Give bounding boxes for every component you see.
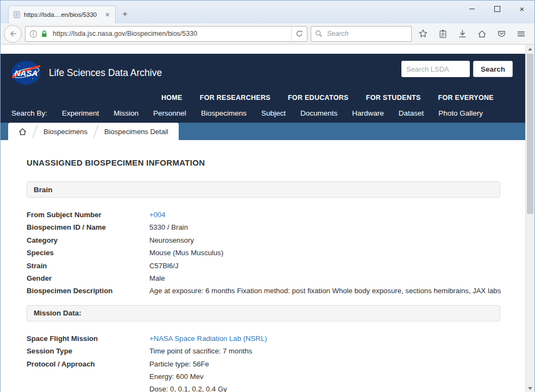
nav-experiment[interactable]: Experiment bbox=[62, 109, 99, 117]
specimen-section-header: Brain bbox=[27, 181, 500, 198]
mission-link[interactable]: +NASA Space Radiation Lab (NSRL) bbox=[149, 332, 267, 345]
browser-search-input[interactable] bbox=[326, 29, 407, 38]
page-viewport: NASA Life Sciences Data Archive Search H… bbox=[1, 45, 534, 392]
primary-nav: HOME FOR RESEARCHERS FOR EDUCATORS FOR S… bbox=[161, 94, 494, 102]
nav-photo-gallery[interactable]: Photo Gallery bbox=[438, 109, 483, 117]
nav-for-students[interactable]: FOR STUDENTS bbox=[366, 94, 421, 102]
field-value: Male bbox=[149, 272, 165, 284]
nav-home[interactable]: HOME bbox=[161, 94, 182, 102]
url-input[interactable] bbox=[52, 29, 291, 38]
page-top-gap bbox=[1, 45, 526, 54]
tab-favicon-icon bbox=[13, 11, 21, 18]
field-value: Time point of sacrifice: 7 months bbox=[149, 345, 252, 357]
maximize-button[interactable] bbox=[484, 1, 509, 17]
minimize-icon bbox=[469, 9, 475, 9]
site-title: Life Sciences Data Archive bbox=[49, 67, 162, 79]
scroll-up-button[interactable] bbox=[526, 45, 534, 54]
close-icon: × bbox=[520, 5, 525, 13]
field-value: Mouse (Mus Musculus) bbox=[149, 246, 223, 259]
nav-for-researchers[interactable]: FOR RESEARCHERS bbox=[200, 94, 270, 102]
window-controls: × bbox=[460, 1, 534, 17]
field-value: 5330 / Brain bbox=[149, 221, 188, 233]
protocol-line: Energy: 600 Mev bbox=[149, 370, 227, 383]
nav-mission[interactable]: Mission bbox=[114, 109, 139, 117]
crumb-home[interactable] bbox=[10, 123, 35, 140]
field-row-gender: Gender Male bbox=[27, 272, 500, 284]
field-row-category: Category Neurosensory bbox=[27, 234, 500, 246]
nav-biospecimens[interactable]: Biospecimens bbox=[201, 109, 247, 117]
lock-icon[interactable] bbox=[41, 30, 48, 38]
nav-hardware[interactable]: Hardware bbox=[352, 109, 384, 117]
main-content: UNASSIGNED BIOSPECIMEN INFORMATION Brain… bbox=[1, 140, 526, 392]
mission-section-header: Mission Data: bbox=[27, 305, 500, 321]
field-row-species: Species Mouse (Mus Musculus) bbox=[27, 246, 500, 259]
site-search: Search bbox=[401, 61, 513, 77]
new-tab-button[interactable]: + bbox=[118, 7, 132, 21]
bookmarks-sidebar-icon[interactable] bbox=[435, 26, 451, 42]
pocket-icon[interactable] bbox=[493, 26, 509, 42]
home-icon[interactable] bbox=[474, 26, 490, 42]
menu-icon[interactable] bbox=[513, 26, 529, 42]
minimize-button[interactable] bbox=[460, 1, 484, 17]
search-by-nav: Search By: Experiment Mission Personnel … bbox=[11, 109, 483, 117]
titlebar: https://lsda....en/bios/5330 × + × bbox=[1, 1, 534, 23]
field-label: From Subject Number bbox=[27, 208, 149, 221]
tab-title: https://lsda....en/bios/5330 bbox=[24, 11, 101, 18]
nav-subject[interactable]: Subject bbox=[261, 109, 286, 117]
field-row-from-subject-number: From Subject Number +004 bbox=[27, 208, 500, 221]
back-button[interactable] bbox=[4, 25, 22, 43]
field-label: Biospecimen ID / Name bbox=[27, 221, 149, 233]
browser-tab[interactable]: https://lsda....en/bios/5330 × bbox=[8, 5, 116, 23]
browser-window: https://lsda....en/bios/5330 × + × bbox=[0, 0, 535, 392]
search-icon bbox=[315, 30, 323, 37]
svg-text:NASA: NASA bbox=[15, 68, 38, 78]
field-label: Strain bbox=[27, 260, 149, 272]
nav-documents[interactable]: Documents bbox=[300, 109, 337, 117]
nav-for-everyone[interactable]: FOR EVERYONE bbox=[438, 94, 494, 102]
mission-fields: Space Flight Mission +NASA Space Radiati… bbox=[27, 332, 500, 392]
scroll-down-icon bbox=[528, 387, 532, 390]
site-header: NASA Life Sciences Data Archive Search H… bbox=[1, 54, 526, 123]
field-value: C57Bl6/J bbox=[149, 260, 179, 272]
field-row-description: Biospecimen Description Age at exposure:… bbox=[27, 284, 500, 297]
bookmark-star-icon[interactable] bbox=[415, 26, 431, 42]
nav-personnel[interactable]: Personnel bbox=[153, 109, 186, 117]
scroll-up-icon bbox=[528, 48, 532, 50]
close-button[interactable]: × bbox=[509, 1, 534, 17]
breadcrumb-bar: Biospecimens Biospecimens Detail bbox=[1, 123, 526, 140]
field-row-space-flight-mission: Space Flight Mission +NASA Space Radiati… bbox=[27, 332, 500, 345]
nav-dataset[interactable]: Dataset bbox=[399, 109, 424, 117]
reload-button[interactable] bbox=[291, 27, 307, 41]
scrollbar[interactable] bbox=[525, 45, 534, 392]
scroll-down-button[interactable] bbox=[526, 384, 534, 392]
field-row-biospecimen-id: Biospecimen ID / Name 5330 / Brain bbox=[27, 221, 500, 233]
page-info-icon[interactable] bbox=[29, 30, 37, 38]
home-breadcrumb-icon bbox=[18, 128, 27, 136]
field-label: Gender bbox=[27, 272, 149, 284]
field-row-session-type: Session Type Time point of sacrifice: 7 … bbox=[27, 345, 500, 357]
nav-for-educators[interactable]: FOR EDUCATORS bbox=[288, 94, 349, 102]
site-search-input[interactable] bbox=[401, 61, 470, 77]
protocol-line: Dose: 0, 0.1, 0.2, 0.4 Gy bbox=[149, 383, 227, 392]
field-value-multiline: Particle type: 56Fe Energy: 600 Mev Dose… bbox=[149, 358, 227, 392]
site-search-button[interactable]: Search bbox=[473, 61, 513, 77]
field-row-strain: Strain C57Bl6/J bbox=[27, 260, 500, 272]
scrollbar-thumb[interactable] bbox=[527, 54, 533, 214]
browser-search-bar[interactable] bbox=[311, 26, 412, 42]
url-bar[interactable] bbox=[25, 26, 307, 42]
page-title: UNASSIGNED BIOSPECIMEN INFORMATION bbox=[27, 158, 500, 167]
site-identity bbox=[26, 30, 52, 38]
crumb-biospecimens-detail: Biospecimens Detail bbox=[96, 123, 177, 140]
field-value: Neurosensory bbox=[149, 234, 194, 246]
protocol-line: Particle type: 56Fe bbox=[149, 358, 227, 370]
tab-close-icon[interactable]: × bbox=[104, 11, 111, 18]
breadcrumb: Biospecimens Biospecimens Detail bbox=[8, 123, 179, 140]
nasa-logo[interactable]: NASA bbox=[10, 60, 42, 85]
downloads-icon[interactable] bbox=[454, 26, 470, 42]
field-label: Protocol / Approach bbox=[27, 358, 149, 392]
crumb-biospecimens[interactable]: Biospecimens bbox=[35, 123, 96, 140]
field-label: Space Flight Mission bbox=[27, 332, 149, 345]
maximize-icon bbox=[494, 6, 500, 12]
subject-link[interactable]: +004 bbox=[149, 208, 166, 221]
field-label: Category bbox=[27, 234, 149, 246]
